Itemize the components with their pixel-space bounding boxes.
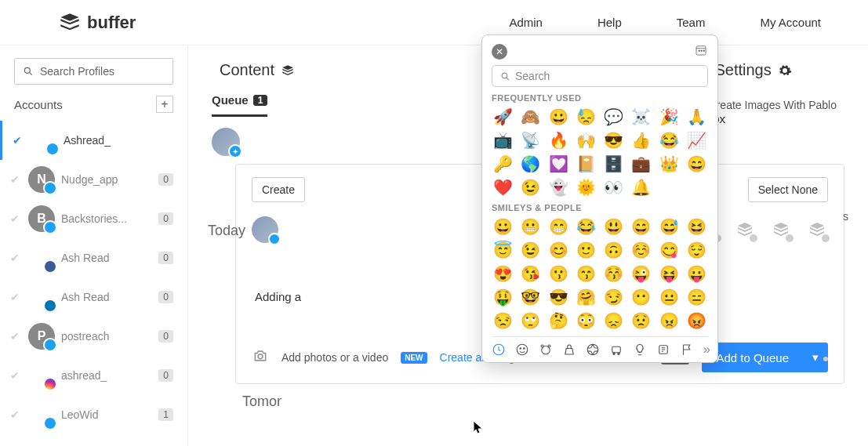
emoji-item[interactable]: 📡 <box>519 131 542 150</box>
emoji-item[interactable]: 🌎 <box>519 154 542 173</box>
emoji-tab-recent[interactable] <box>492 342 506 357</box>
sidebar-account-5[interactable]: ✔Ppostreach0 <box>0 317 187 356</box>
emoji-item[interactable]: 🙄 <box>519 311 542 330</box>
emoji-item[interactable]: 😁 <box>547 217 570 236</box>
emoji-item[interactable]: 😶 <box>630 288 652 306</box>
emoji-item[interactable]: 😄 <box>630 217 652 236</box>
emoji-item[interactable]: 😓 <box>575 107 597 126</box>
brand-logo[interactable]: buffer <box>59 12 136 34</box>
emoji-item[interactable]: 😆 <box>685 217 708 236</box>
emoji-item[interactable]: 😳 <box>575 311 597 330</box>
emoji-item[interactable]: 🙃 <box>602 241 625 259</box>
emoji-item[interactable]: 😌 <box>685 241 708 259</box>
emoji-item[interactable]: 🗄️ <box>602 154 625 173</box>
sidebar-account-6[interactable]: ✔ashread_0 <box>0 356 187 395</box>
emoji-item[interactable]: 😜 <box>630 264 652 283</box>
emoji-item[interactable]: 📈 <box>685 131 708 150</box>
emoji-item[interactable]: 🎉 <box>658 107 681 126</box>
select-none-button[interactable]: Select None <box>748 177 828 202</box>
emoji-item[interactable]: 🙈 <box>519 107 542 126</box>
emoji-tab-travel[interactable] <box>609 342 623 357</box>
emoji-item[interactable]: 😬 <box>519 217 542 236</box>
nav-help[interactable]: Help <box>597 16 622 29</box>
emoji-item[interactable]: 🙏 <box>685 107 708 126</box>
emoji-item[interactable]: 😊 <box>547 241 570 259</box>
emoji-item[interactable]: 😉 <box>519 178 542 197</box>
emoji-item[interactable]: ❤️ <box>492 178 514 197</box>
add-photos-link[interactable]: Add photos or a video <box>281 351 388 364</box>
network-facebook[interactable] <box>806 219 828 241</box>
emoji-item[interactable]: 🤓 <box>519 288 542 306</box>
emoji-item[interactable]: 😂 <box>575 217 597 236</box>
sidebar-account-0[interactable]: ✔Ashread_ <box>0 121 187 160</box>
emoji-item[interactable]: 👑 <box>658 154 681 173</box>
emoji-item[interactable]: 😎 <box>602 131 625 150</box>
emoji-item[interactable]: 😞 <box>602 311 625 330</box>
emoji-item[interactable]: 😍 <box>492 264 514 283</box>
emoji-item[interactable]: 😂 <box>658 131 681 150</box>
emoji-tab-animals[interactable] <box>539 342 553 357</box>
emoji-item[interactable]: 🙂 <box>575 241 597 259</box>
nav-settings[interactable]: Settings <box>714 61 791 79</box>
emoji-item[interactable]: 🔥 <box>547 131 570 150</box>
emoji-tab-flags[interactable] <box>680 342 694 357</box>
emoji-item[interactable]: 😄 <box>685 154 708 173</box>
emoji-item[interactable]: 😗 <box>547 264 570 283</box>
nav-content[interactable]: Content <box>220 61 295 79</box>
emoji-tab-objects[interactable] <box>633 342 647 357</box>
camera-icon[interactable] <box>252 348 269 367</box>
emoji-item[interactable]: 🌞 <box>575 178 597 197</box>
tab-queue[interactable]: Queue 1 <box>212 93 267 117</box>
emoji-item[interactable]: 😙 <box>575 264 597 283</box>
emoji-item[interactable]: 🔔 <box>630 178 652 197</box>
emoji-item[interactable]: 😟 <box>630 311 652 330</box>
emoji-item[interactable]: 😇 <box>492 241 514 259</box>
nav-my-account[interactable]: My Account <box>760 16 821 29</box>
emoji-item[interactable]: 💬 <box>602 107 625 126</box>
emoji-item[interactable]: 👻 <box>547 178 570 197</box>
sidebar-account-4[interactable]: ✔Ash Read0 <box>0 277 187 317</box>
network-linkedin[interactable] <box>770 219 792 241</box>
emoji-item[interactable]: 😋 <box>658 241 681 259</box>
composer-avatar[interactable] <box>252 216 278 243</box>
emoji-item[interactable]: 👀 <box>602 178 625 197</box>
emoji-item[interactable]: 😛 <box>685 264 708 283</box>
emoji-item[interactable]: ☠️ <box>630 107 652 126</box>
sidebar-account-1[interactable]: ✔NNudge_app0 <box>0 160 187 199</box>
emoji-item[interactable]: 📔 <box>575 154 597 173</box>
emoji-tab-food[interactable] <box>562 342 576 357</box>
emoji-item[interactable]: ☺️ <box>630 241 652 259</box>
emoji-item[interactable]: 😉 <box>519 241 542 259</box>
emoji-close-button[interactable]: ✕ <box>492 44 507 60</box>
emoji-item[interactable]: 🤔 <box>547 311 570 330</box>
emoji-tab-more[interactable]: » <box>703 342 710 357</box>
emoji-calendar-icon[interactable] <box>694 43 708 60</box>
emoji-item[interactable]: 😘 <box>519 264 542 283</box>
emoji-item[interactable]: 😡 <box>685 311 708 330</box>
emoji-item[interactable]: 😑 <box>685 288 708 306</box>
emoji-tab-smileys[interactable] <box>515 342 529 357</box>
emoji-item[interactable]: 🤗 <box>575 288 597 306</box>
emoji-item[interactable]: 😚 <box>602 264 625 283</box>
emoji-item[interactable]: 🚀 <box>492 107 514 126</box>
emoji-item[interactable]: 💼 <box>630 154 652 173</box>
emoji-item[interactable]: 😐 <box>658 288 681 306</box>
sidebar-account-7[interactable]: ✔LeoWid1 <box>0 395 187 434</box>
search-profiles-input[interactable]: Search Profiles <box>14 58 173 85</box>
emoji-search-input[interactable]: Search <box>492 65 708 87</box>
emoji-tab-activity[interactable] <box>586 342 600 357</box>
emoji-item[interactable]: 🙌 <box>575 131 597 150</box>
network-google[interactable] <box>734 219 756 241</box>
emoji-item[interactable]: 💟 <box>547 154 570 173</box>
emoji-item[interactable]: 👍 <box>630 131 652 150</box>
nav-team[interactable]: Team <box>677 16 706 29</box>
emoji-item[interactable]: 😀 <box>547 107 570 126</box>
emoji-item[interactable]: 😀 <box>492 217 514 236</box>
emoji-item[interactable]: 😠 <box>658 311 681 330</box>
emoji-item[interactable]: 😅 <box>658 217 681 236</box>
emoji-item[interactable]: 😏 <box>602 288 625 306</box>
emoji-item[interactable]: 🔑 <box>492 154 514 173</box>
add-account-button[interactable]: + <box>156 96 173 113</box>
emoji-item[interactable]: 😝 <box>658 264 681 283</box>
sidebar-account-2[interactable]: ✔BBackstories...0 <box>0 199 187 238</box>
